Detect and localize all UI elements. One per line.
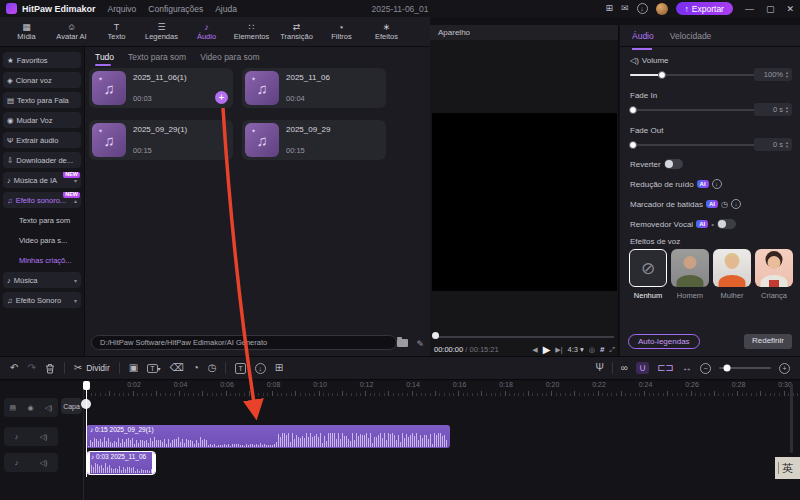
tab-efeitos[interactable]: ∗Efeitos bbox=[364, 17, 409, 47]
add-to-timeline-button[interactable]: + bbox=[215, 91, 228, 104]
tab-texto[interactable]: TTexto bbox=[94, 17, 139, 47]
audio-card[interactable]: ✦♫ 2025_11_06 00:04 bbox=[242, 68, 386, 108]
sidebar-item-downloader[interactable]: ⇩Downloader de... bbox=[3, 152, 81, 168]
tab-midia[interactable]: ▦Mídia bbox=[4, 17, 49, 47]
download-status-icon[interactable]: ↓ bbox=[637, 3, 648, 14]
minimize-button[interactable]: — bbox=[745, 4, 754, 14]
sidebar-item-clonar-voz[interactable]: ◈Clonar voz bbox=[3, 72, 81, 88]
stepper-arrows-icon[interactable]: ▲▼ bbox=[785, 106, 789, 114]
vocal-remover-toggle[interactable] bbox=[717, 219, 736, 229]
fade-in-slider[interactable] bbox=[630, 109, 758, 111]
fade-out-slider[interactable] bbox=[630, 144, 758, 146]
voiceover-mic-icon[interactable]: Ψ bbox=[595, 363, 603, 373]
download-model-icon[interactable]: ↓ bbox=[712, 179, 722, 189]
play-button[interactable]: ▶ bbox=[543, 344, 551, 355]
redo-icon[interactable]: ↷ bbox=[27, 363, 35, 373]
tab-transicao[interactable]: ⇄Transição bbox=[274, 17, 319, 47]
timeline-vertical-scrollbar[interactable] bbox=[790, 383, 793, 453]
audio-card[interactable]: ✦♫ 2025_11_06(1) 00:03 + bbox=[89, 68, 233, 108]
magnet-snap-icon[interactable]: ∪ bbox=[636, 362, 649, 374]
layout-panels-icon[interactable]: ⊞ bbox=[605, 4, 613, 13]
previous-frame-button[interactable]: ◀ bbox=[532, 346, 537, 354]
props-tab-velocidade[interactable]: Velocidade bbox=[670, 31, 712, 46]
save-path-input[interactable]: D:/HitPaw Software/HitPaw Edimakor/AI Ge… bbox=[91, 335, 397, 350]
next-frame-button[interactable]: ▶| bbox=[555, 346, 562, 354]
music-note-icon[interactable]: ♪ bbox=[15, 459, 19, 466]
download-model-icon[interactable]: ↓ bbox=[731, 199, 741, 209]
scrubber-knob[interactable] bbox=[432, 332, 439, 339]
feedback-icon[interactable]: ✉ bbox=[621, 4, 629, 13]
preview-scrubber[interactable] bbox=[434, 336, 614, 338]
split-icon[interactable]: ✂ bbox=[74, 363, 82, 373]
edit-path-icon[interactable]: ✎ bbox=[416, 339, 424, 349]
link-clips-icon[interactable]: ∞ bbox=[621, 363, 628, 373]
reverse-toggle[interactable] bbox=[664, 159, 683, 169]
voice-option-mulher[interactable] bbox=[713, 249, 751, 287]
fit-timeline-icon[interactable]: ↔ bbox=[682, 363, 692, 373]
split-label[interactable]: Dividir bbox=[86, 363, 110, 373]
tab-avatar-ai[interactable]: ☺Avatar AI bbox=[49, 17, 94, 47]
fade-out-value[interactable]: 0s▲▼ bbox=[754, 138, 792, 151]
menu-arquivo[interactable]: Arquivo bbox=[108, 4, 137, 14]
tab-audio[interactable]: ♪Áudio bbox=[184, 17, 229, 47]
audio-clip-2025-09-29[interactable]: ♪ 0:15 2025_09_29(1) bbox=[86, 425, 450, 448]
zoom-in-icon[interactable]: + bbox=[779, 363, 790, 374]
sidebar-item-texto-para-fala[interactable]: ▤Texto para Fala bbox=[3, 92, 81, 108]
marker-icon[interactable]: ▣ bbox=[129, 363, 138, 373]
sidebar-item-musica[interactable]: ♪Música▾ bbox=[3, 272, 81, 288]
fullscreen-icon[interactable]: ⤢ bbox=[609, 346, 615, 354]
track-mute-icon[interactable]: ◁) bbox=[40, 433, 48, 441]
trash-icon[interactable] bbox=[45, 363, 55, 374]
sidebar-item-mudar-voz[interactable]: ◉Mudar Voz bbox=[3, 112, 81, 128]
history-icon[interactable]: ◷ bbox=[721, 200, 728, 209]
auto-captions-button[interactable]: Auto-legendas bbox=[628, 334, 700, 349]
playback-rate-icon[interactable]: ◷ bbox=[208, 363, 217, 373]
voice-option-nenhum[interactable]: ⊘ bbox=[629, 249, 667, 287]
track-mute-icon[interactable]: ◁) bbox=[45, 404, 53, 412]
close-button[interactable]: ✕ bbox=[786, 4, 794, 14]
cover-button[interactable]: Capa bbox=[61, 398, 82, 414]
download-icon[interactable]: ↓ bbox=[255, 363, 266, 374]
zoom-out-icon[interactable]: − bbox=[700, 363, 711, 374]
track-mute-icon[interactable]: ◁) bbox=[40, 459, 48, 467]
volume-slider[interactable] bbox=[630, 74, 758, 76]
maximize-button[interactable]: ▢ bbox=[766, 4, 775, 14]
delete-captions-icon[interactable]: ⌫ bbox=[170, 363, 184, 373]
media-tab-tudo[interactable]: Tudo bbox=[95, 52, 114, 66]
reset-button[interactable]: Redefinir bbox=[744, 334, 792, 349]
undo-icon[interactable]: ↶ bbox=[10, 363, 18, 373]
music-note-icon[interactable]: ♪ bbox=[15, 433, 19, 440]
sidebar-item-video-para-som[interactable]: Video para s... bbox=[3, 232, 81, 248]
tab-filtros[interactable]: ⋆Filtros bbox=[319, 17, 364, 47]
volume-value[interactable]: 100%▲▼ bbox=[754, 68, 792, 81]
aspect-ratio-selector[interactable]: 4:3 ▾ bbox=[568, 345, 584, 354]
tab-legendas[interactable]: ☰Legendas bbox=[139, 17, 184, 47]
sidebar-item-efeito-sonoro-ia[interactable]: ♫Efeito sonoro...▴NEW bbox=[3, 192, 81, 208]
tab-elementos[interactable]: ∷Elementos bbox=[229, 17, 274, 47]
eye-icon[interactable]: ◉ bbox=[27, 404, 33, 412]
export-button[interactable]: ↑ Exportar bbox=[676, 2, 733, 15]
audio-card[interactable]: ✦♫ 2025_09_29 00:15 bbox=[242, 120, 386, 160]
trim-brackets-icon[interactable]: ⊏⊐ bbox=[657, 363, 674, 373]
sidebar-item-texto-para-som[interactable]: Texto para som bbox=[3, 212, 81, 228]
menu-ajuda[interactable]: Ajuda bbox=[215, 4, 237, 14]
timeline-zoom-slider[interactable] bbox=[719, 367, 771, 369]
film-icon[interactable]: ▤ bbox=[10, 404, 17, 412]
folder-icon[interactable] bbox=[397, 339, 408, 347]
sidebar-item-extrair-audio[interactable]: ΨExtrair áudio bbox=[3, 132, 81, 148]
text-tool-icon[interactable]: T bbox=[235, 363, 245, 374]
user-avatar[interactable] bbox=[656, 3, 668, 15]
text-style-dropdown-icon[interactable]: T▾ bbox=[147, 363, 160, 373]
audio-clip-2025-11-06-selected[interactable]: ♪ 0:03 2025_11_06 bbox=[86, 451, 156, 475]
stepper-arrows-icon[interactable]: ▲▼ bbox=[785, 71, 789, 79]
media-tab-video-para-som[interactable]: Video para som bbox=[200, 52, 259, 66]
fade-in-value[interactable]: 0s▲▼ bbox=[754, 103, 792, 116]
snapshot-icon[interactable]: ◎ bbox=[589, 346, 595, 354]
media-tab-texto-para-som[interactable]: Texto para som bbox=[128, 52, 186, 66]
speed-icon[interactable]: ◔ bbox=[193, 363, 199, 373]
freeze-frame-icon[interactable]: ⊞ bbox=[275, 363, 283, 373]
menu-configuracoes[interactable]: Configurações bbox=[148, 4, 203, 14]
voice-option-homem[interactable] bbox=[671, 249, 709, 287]
audio-card[interactable]: ✦♫ 2025_09_29(1) 00:15 bbox=[89, 120, 233, 160]
voice-option-crianca[interactable] bbox=[755, 249, 793, 287]
